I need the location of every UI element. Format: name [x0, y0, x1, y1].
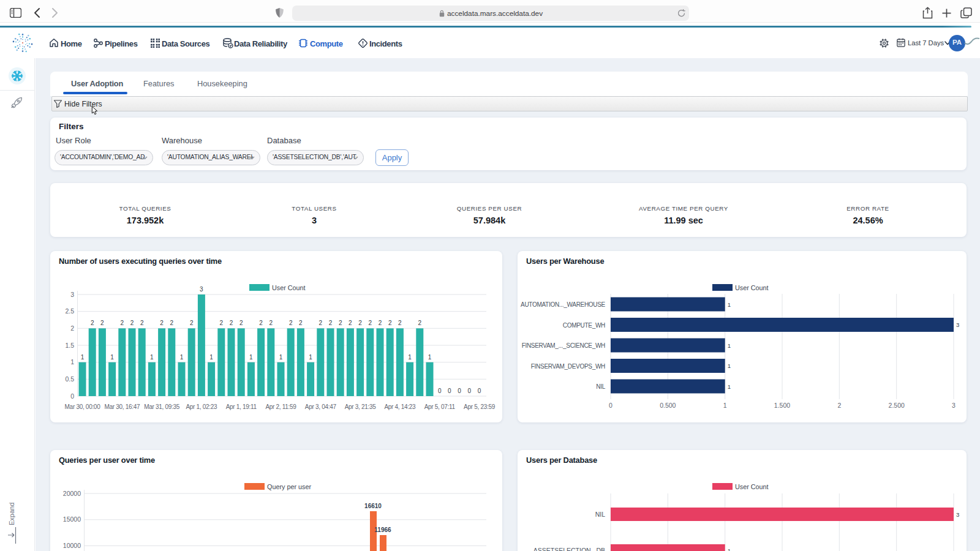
svg-text:2: 2	[220, 320, 224, 326]
svg-text:0.500: 0.500	[660, 402, 676, 409]
svg-text:1: 1	[728, 383, 731, 390]
svg-text:2: 2	[289, 320, 293, 326]
svg-text:2: 2	[418, 320, 422, 326]
svg-text:2: 2	[160, 320, 164, 326]
svg-text:2: 2	[259, 320, 263, 326]
svg-text:0: 0	[458, 388, 461, 394]
svg-text:NIL: NIL	[595, 511, 606, 518]
svg-text:16610: 16610	[364, 503, 382, 509]
svg-text:3: 3	[956, 511, 959, 518]
svg-text:2: 2	[190, 320, 194, 326]
svg-text:2: 2	[339, 320, 342, 326]
svg-text:1: 1	[110, 354, 114, 361]
svg-text:3: 3	[956, 321, 959, 328]
svg-text:2.5: 2.5	[65, 307, 74, 315]
svg-text:2: 2	[230, 320, 233, 326]
svg-text:0: 0	[448, 388, 451, 394]
svg-text:1: 1	[81, 354, 85, 361]
svg-text:ASSETSELECTION...DB: ASSETSELECTION...DB	[533, 547, 605, 551]
svg-text:Mar 30, 16:47: Mar 30, 16:47	[104, 403, 140, 410]
svg-text:1: 1	[408, 354, 412, 361]
svg-text:1: 1	[309, 354, 312, 361]
svg-text:0.5: 0.5	[65, 375, 74, 383]
svg-text:0: 0	[468, 388, 472, 394]
svg-text:1: 1	[70, 358, 74, 365]
svg-text:COMPUTE_WH: COMPUTE_WH	[563, 322, 605, 329]
svg-text:2: 2	[349, 320, 352, 326]
svg-text:1: 1	[150, 354, 154, 361]
svg-text:2: 2	[379, 320, 382, 326]
svg-text:1: 1	[728, 301, 731, 308]
svg-text:1.5: 1.5	[65, 342, 74, 349]
svg-text:1: 1	[209, 354, 213, 361]
svg-text:1: 1	[180, 354, 184, 361]
svg-text:2: 2	[299, 320, 303, 326]
svg-text:2: 2	[140, 320, 144, 326]
svg-text:1: 1	[728, 342, 731, 349]
svg-text:3: 3	[952, 402, 956, 409]
svg-text:FINSERVAM_..._SCIENCE_WH: FINSERVAM_..._SCIENCE_WH	[522, 342, 605, 349]
svg-text:0: 0	[609, 402, 612, 409]
svg-text:Apr 4, 14:23: Apr 4, 14:23	[384, 403, 416, 410]
svg-text:2: 2	[91, 320, 94, 326]
svg-text:0: 0	[70, 392, 74, 400]
svg-text:2: 2	[329, 320, 333, 326]
svg-text:1: 1	[728, 362, 731, 369]
svg-text:2: 2	[130, 320, 134, 326]
svg-text:2: 2	[121, 320, 124, 326]
svg-text:2: 2	[837, 402, 841, 409]
svg-text:1: 1	[428, 354, 432, 361]
svg-text:Apr 5, 07:11: Apr 5, 07:11	[424, 403, 456, 410]
svg-text:User Count: User Count	[272, 284, 306, 291]
svg-text:FINSERVAM_DEVOPS_WH: FINSERVAM_DEVOPS_WH	[531, 363, 605, 370]
svg-text:Apr 1, 19:11: Apr 1, 19:11	[226, 403, 257, 410]
svg-text:1: 1	[279, 354, 283, 361]
svg-text:0: 0	[438, 388, 442, 394]
svg-text:2: 2	[319, 320, 323, 326]
svg-text:2: 2	[239, 320, 243, 326]
svg-text:1.500: 1.500	[774, 402, 790, 409]
svg-text:2: 2	[358, 320, 362, 326]
svg-text:1: 1	[249, 354, 253, 361]
svg-text:Apr 2, 11:59: Apr 2, 11:59	[265, 403, 296, 410]
svg-text:1: 1	[728, 547, 731, 551]
svg-text:2: 2	[70, 324, 74, 332]
svg-text:Query per user: Query per user	[267, 483, 311, 490]
svg-text:Apr 1, 02:23: Apr 1, 02:23	[186, 403, 217, 410]
svg-text:3: 3	[70, 291, 74, 298]
svg-text:15000: 15000	[63, 515, 81, 523]
svg-text:Mar 30, 00:00: Mar 30, 00:00	[65, 403, 101, 410]
svg-text:2: 2	[369, 320, 372, 326]
svg-text:Apr 3, 04:47: Apr 3, 04:47	[305, 403, 337, 410]
svg-text:2: 2	[270, 320, 273, 326]
svg-text:2: 2	[398, 320, 402, 326]
svg-text:NIL: NIL	[596, 383, 605, 390]
svg-text:1: 1	[723, 402, 727, 409]
svg-text:11966: 11966	[374, 527, 391, 533]
svg-text:Mar 31, 09:35: Mar 31, 09:35	[144, 403, 180, 410]
svg-text:2: 2	[100, 320, 104, 326]
svg-text:AUTOMATION..._WAREHOUSE: AUTOMATION..._WAREHOUSE	[521, 301, 606, 308]
svg-text:Apr 3, 21:35: Apr 3, 21:35	[345, 403, 377, 410]
svg-text:20000: 20000	[63, 490, 81, 497]
svg-text:2.500: 2.500	[889, 402, 905, 409]
svg-text:Apr 5, 23:59: Apr 5, 23:59	[464, 403, 496, 410]
svg-text:2: 2	[170, 320, 174, 326]
svg-text:3: 3	[200, 286, 203, 293]
svg-text:10000: 10000	[63, 542, 81, 549]
svg-text:User Count: User Count	[735, 284, 769, 291]
svg-text:2: 2	[388, 320, 392, 326]
svg-text:0: 0	[478, 388, 481, 394]
svg-text:User Count: User Count	[735, 483, 769, 490]
